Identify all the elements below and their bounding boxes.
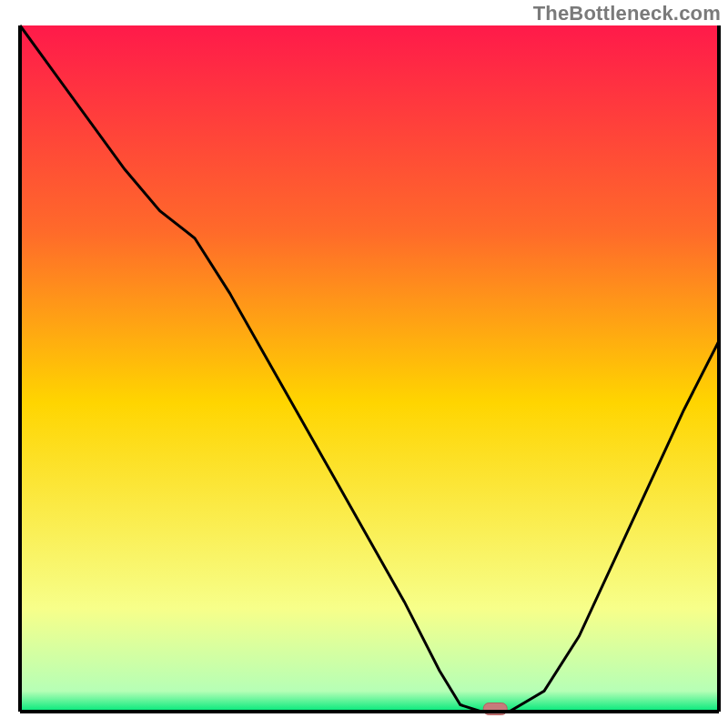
plot-background xyxy=(20,25,719,712)
watermark-text: TheBottleneck.com xyxy=(533,2,721,25)
bottleneck-chart xyxy=(0,0,728,728)
chart-container: TheBottleneck.com xyxy=(0,0,728,728)
